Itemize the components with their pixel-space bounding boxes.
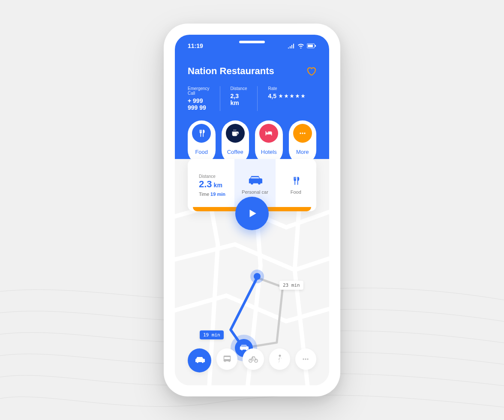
header: 11:19 Nation Restaurants Emergency Call … — [175, 35, 329, 179]
category-coffee[interactable]: Coffee — [222, 120, 249, 164]
svg-point-8 — [279, 355, 281, 357]
rate-value: 4,5 — [268, 93, 276, 99]
svg-point-9 — [303, 358, 304, 360]
category-label: Hotels — [261, 149, 277, 155]
destination-marker[interactable] — [254, 273, 261, 280]
food-icon — [197, 129, 206, 138]
transport-more[interactable] — [295, 348, 316, 370]
phone-frame: 11:19 Nation Restaurants Emergency Call … — [164, 24, 340, 396]
transport-bike[interactable] — [243, 348, 264, 370]
category-label: Coffee — [227, 149, 243, 155]
map[interactable]: Distance 2.3km Time 19 min Personal car … — [175, 159, 329, 385]
emergency-info: Emergency Call + 999 999 99 — [188, 86, 220, 111]
transport-car[interactable] — [188, 348, 211, 372]
route-distance-value: 2.3 — [199, 179, 212, 190]
battery-icon — [307, 43, 316, 48]
active-route-time[interactable]: 19 min — [200, 330, 224, 339]
emergency-label: Emergency Call — [188, 86, 210, 96]
category-hotels[interactable]: Hotels — [255, 120, 283, 164]
rate-info: Rate 4,5 — [268, 86, 315, 111]
svg-point-11 — [307, 358, 309, 360]
svg-point-3 — [300, 132, 301, 134]
route-time-label: Time — [199, 192, 209, 197]
transport-walk[interactable] — [269, 348, 290, 370]
category-more[interactable]: More — [289, 120, 317, 164]
transport-bus[interactable] — [216, 348, 237, 370]
bed-icon — [264, 129, 273, 138]
clock: 11:19 — [188, 42, 203, 49]
coffee-icon — [231, 129, 240, 138]
notch — [239, 41, 265, 43]
route-right-label: Food — [291, 189, 301, 195]
route-time-value: 19 min — [210, 192, 225, 197]
more-icon — [298, 129, 307, 138]
alt-route-time[interactable]: 23 min — [279, 281, 303, 290]
car-icon — [248, 176, 262, 186]
distance-label: Distance — [231, 86, 247, 91]
category-food[interactable]: Food — [188, 120, 216, 164]
route-distance-cell: Distance 2.3km Time 19 min — [188, 159, 234, 211]
category-label: Food — [195, 149, 208, 155]
bike-icon — [249, 355, 258, 363]
distance-value: 2,3 km — [231, 93, 247, 106]
emergency-number[interactable]: + 999 999 99 — [188, 97, 210, 111]
route-mode-label: Personal car — [242, 189, 268, 195]
svg-point-10 — [305, 358, 306, 360]
walk-icon — [276, 354, 282, 364]
rating-stars — [278, 93, 306, 99]
category-label: More — [296, 149, 309, 155]
car-icon — [195, 357, 205, 364]
route-distance-label: Distance — [199, 174, 216, 179]
status-bar: 11:19 — [188, 42, 316, 49]
status-icons — [288, 43, 316, 48]
place-title: Nation Restaurants — [188, 66, 274, 77]
bus-icon — [223, 355, 231, 363]
signal-icon — [288, 43, 295, 48]
rate-label: Rate — [268, 86, 305, 91]
favorite-button[interactable] — [306, 66, 316, 76]
route-distance-unit: km — [214, 182, 222, 189]
food-icon — [291, 176, 300, 186]
svg-rect-2 — [315, 45, 316, 47]
distance-info: Distance 2,3 km — [231, 86, 258, 111]
wifi-icon — [297, 43, 304, 48]
play-icon — [246, 208, 258, 219]
svg-rect-1 — [308, 45, 313, 47]
svg-point-4 — [302, 132, 303, 134]
route-food-cell[interactable]: Food — [276, 159, 316, 211]
category-row: Food Coffee Hotels More — [188, 120, 316, 164]
screen: 11:19 Nation Restaurants Emergency Call … — [175, 35, 329, 385]
more-icon — [301, 355, 310, 363]
svg-point-5 — [304, 132, 305, 134]
transport-mode-bar — [188, 348, 316, 372]
start-navigation-button[interactable] — [235, 197, 269, 230]
